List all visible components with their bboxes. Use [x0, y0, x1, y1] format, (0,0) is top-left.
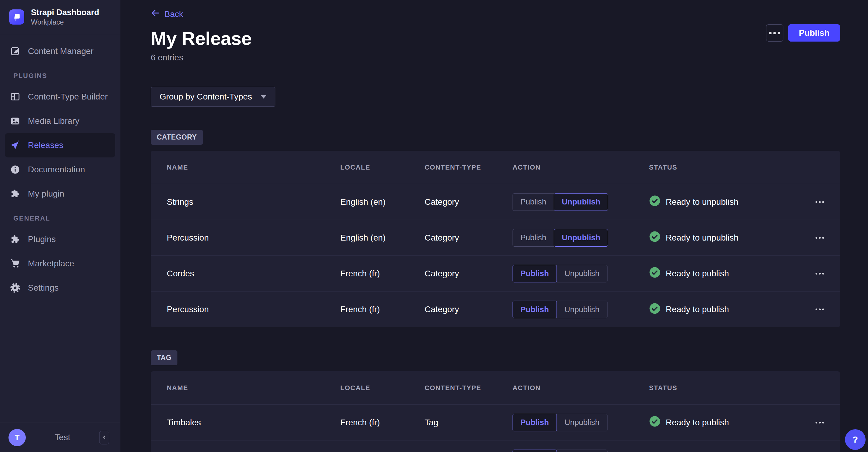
user-avatar[interactable]: T: [8, 429, 26, 446]
check-icon: [649, 416, 660, 429]
entry-locale: French (fr): [340, 305, 425, 314]
status-badge: Ready to unpublish: [649, 195, 797, 209]
publish-button[interactable]: Publish: [513, 301, 557, 318]
publish-button[interactable]: Publish: [513, 414, 557, 431]
publish-toggle: Publish Unpublish: [513, 414, 608, 431]
publish-toggle: Publish Unpublish: [513, 265, 608, 282]
sidebar-item-media-library[interactable]: Media Library: [5, 109, 115, 133]
publish-button[interactable]: Publish: [513, 193, 554, 211]
cart-icon: [10, 258, 21, 269]
status-badge: Ready to publish: [649, 267, 797, 280]
sidebar-item-marketplace[interactable]: Marketplace: [5, 251, 115, 276]
sidebar-item-plugins[interactable]: Plugins: [5, 227, 115, 251]
user-name: Test: [26, 432, 99, 442]
sidebar-item-content-type-builder[interactable]: Content-Type Builder: [5, 85, 115, 109]
unpublish-button[interactable]: Unpublish: [557, 414, 608, 431]
header-actions: Publish: [766, 24, 840, 41]
row-menu-button[interactable]: [815, 237, 824, 239]
category-table: NAME LOCALE CONTENT-TYPE ACTION STATUS S…: [151, 151, 840, 327]
entries-count: 6 entries: [151, 53, 840, 62]
sidebar: Strapi Dashboard Workplace Content Manag…: [0, 0, 120, 452]
entry-locale: English (en): [340, 197, 425, 207]
page-title: My Release: [151, 28, 840, 49]
pen-icon: [10, 46, 21, 57]
help-button[interactable]: ?: [845, 429, 866, 450]
row-menu-button[interactable]: [815, 273, 824, 274]
layout-icon: [10, 91, 21, 102]
unpublish-button[interactable]: Unpublish: [557, 301, 608, 318]
chevron-left-icon: [102, 434, 107, 441]
row-menu-button[interactable]: [815, 422, 824, 423]
entry-name: Timbales: [167, 418, 340, 427]
publish-release-button[interactable]: Publish: [788, 24, 840, 41]
collapse-sidebar-button[interactable]: [99, 431, 109, 444]
category-section: CATEGORY NAME LOCALE CONTENT-TYPE ACTION…: [151, 130, 840, 327]
unpublish-button[interactable]: Unpublish: [554, 193, 608, 211]
sidebar-item-label: Content Manager: [28, 47, 93, 56]
app-home-link[interactable]: Strapi Dashboard Workplace: [0, 0, 120, 34]
status-badge: Ready to publish: [649, 416, 797, 429]
sidebar-item-label: Content-Type Builder: [28, 92, 108, 102]
app-title: Strapi Dashboard: [31, 7, 99, 17]
row-menu-button[interactable]: [815, 201, 824, 203]
sidebar-item-label: Settings: [28, 283, 59, 293]
table-row: Cello English (en) Tag Publish Unpublish…: [151, 441, 840, 452]
publish-toggle: Publish Unpublish: [513, 301, 608, 318]
entry-content-type: Category: [425, 269, 513, 278]
sidebar-item-documentation[interactable]: Documentation: [5, 157, 115, 182]
workspace-label: Workplace: [31, 18, 99, 26]
table-row: Cordes French (fr) Category Publish Unpu…: [151, 256, 840, 292]
sidebar-item-label: Media Library: [28, 116, 80, 126]
entry-name: Strings: [167, 197, 340, 207]
main-content: Back My Release 6 entries Publish Group …: [120, 0, 868, 452]
row-menu-button[interactable]: [815, 308, 824, 310]
release-more-button[interactable]: [766, 24, 783, 41]
arrow-left-icon: [151, 8, 160, 20]
sidebar-item-settings[interactable]: Settings: [5, 276, 115, 300]
entry-content-type: Category: [425, 305, 513, 314]
publish-button[interactable]: Publish: [513, 450, 557, 452]
sidebar-item-my-plugin[interactable]: My plugin: [5, 182, 115, 206]
unpublish-button[interactable]: Unpublish: [557, 265, 608, 282]
publish-toggle: Publish Unpublish: [513, 229, 608, 247]
check-icon: [649, 303, 660, 317]
status-badge: Ready to publish: [649, 303, 797, 317]
entry-name: Percussion: [167, 233, 340, 243]
entry-name: Percussion: [167, 305, 340, 314]
table-row: Percussion French (fr) Category Publish …: [151, 292, 840, 327]
check-icon: [649, 231, 660, 244]
sidebar-item-label: Documentation: [28, 165, 85, 175]
sidebar-item-content-manager[interactable]: Content Manager: [5, 39, 115, 63]
status-badge: Ready to unpublish: [649, 231, 797, 244]
sidebar-item-label: Releases: [28, 141, 63, 150]
entry-content-type: Category: [425, 233, 513, 243]
group-badge: TAG: [151, 351, 178, 365]
group-by-select[interactable]: Group by Content-Types: [151, 87, 275, 107]
plugins-section-label: PLUGINS: [13, 72, 120, 80]
publish-button[interactable]: Publish: [513, 265, 557, 282]
table-row: Percussion English (en) Category Publish…: [151, 220, 840, 256]
back-link[interactable]: Back: [151, 8, 183, 20]
sidebar-item-releases[interactable]: Releases: [5, 133, 115, 157]
table-row: Strings English (en) Category Publish Un…: [151, 184, 840, 220]
puzzle-icon: [10, 234, 21, 245]
publish-toggle: Publish Unpublish: [513, 193, 608, 211]
publish-toggle: Publish Unpublish: [513, 450, 608, 452]
sidebar-footer: T Test: [0, 423, 120, 452]
unpublish-button[interactable]: Unpublish: [554, 229, 608, 247]
sidebar-item-label: Plugins: [28, 235, 56, 244]
entry-locale: French (fr): [340, 418, 425, 427]
entry-locale: English (en): [340, 233, 425, 243]
entry-content-type: Tag: [425, 418, 513, 427]
publish-button[interactable]: Publish: [513, 229, 554, 247]
strapi-logo-icon: [9, 9, 24, 25]
sidebar-item-label: My plugin: [28, 189, 64, 199]
picture-icon: [10, 116, 21, 126]
chevron-down-icon: [260, 95, 267, 98]
check-icon: [649, 195, 660, 209]
table-row: Timbales French (fr) Tag Publish Unpubli…: [151, 405, 840, 441]
unpublish-button[interactable]: Unpublish: [557, 450, 608, 452]
puzzle-icon: [10, 188, 21, 199]
table-header-row: NAME LOCALE CONTENT-TYPE ACTION STATUS: [151, 151, 840, 184]
gear-icon: [10, 282, 21, 293]
